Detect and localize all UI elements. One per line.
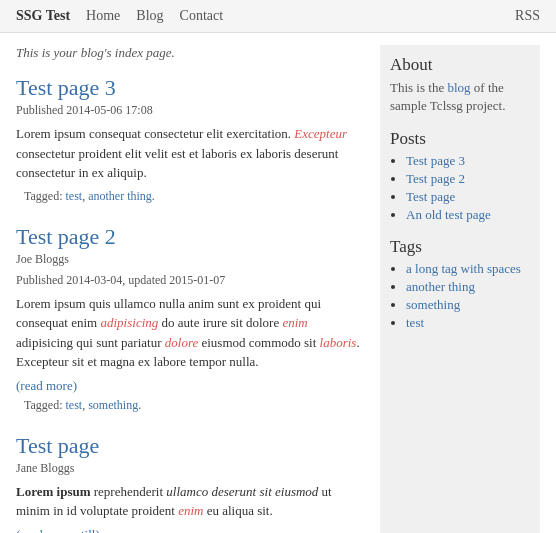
post-body-span: adipisicing bbox=[100, 315, 158, 330]
post-body-span: reprehenderit bbox=[91, 484, 167, 499]
nav-link-contact[interactable]: Contact bbox=[180, 8, 224, 24]
nav-link-home[interactable]: Home bbox=[86, 8, 120, 24]
post-body: Lorem ipsum quis ullamco nulla anim sunt… bbox=[16, 294, 360, 372]
post-body-span: consectetur proident elit velit est et l… bbox=[16, 146, 338, 181]
post-body-span: enim bbox=[178, 503, 203, 518]
sidebar-posts-section: Posts Test page 3Test page 2Test pageAn … bbox=[390, 129, 530, 223]
read-more-wrap: (read more still) bbox=[16, 527, 360, 534]
sidebar-about-section: About This is the blog of the sample Tcl… bbox=[390, 55, 530, 115]
post-body-span: do aute irure sit dolore bbox=[158, 315, 282, 330]
post-item: Test page 2Joe BloggsPublished 2014-03-0… bbox=[16, 224, 360, 413]
sidebar-posts-list: Test page 3Test page 2Test pageAn old te… bbox=[390, 153, 530, 223]
post-body-span: Excepteur bbox=[294, 126, 347, 141]
main-content: This is your blog's index page. Test pag… bbox=[16, 45, 360, 533]
post-title-link[interactable]: Test page bbox=[16, 433, 99, 458]
about-text-before: This is the bbox=[390, 80, 447, 95]
sidebar-post-item: An old test page bbox=[406, 207, 530, 223]
post-body-span: laboris bbox=[320, 335, 357, 350]
tag-link[interactable]: something bbox=[88, 398, 138, 412]
sidebar-tag-item: test bbox=[406, 315, 530, 331]
sidebar-tags-section: Tags a long tag with spacesanother thing… bbox=[390, 237, 530, 331]
content-wrapper: This is your blog's index page. Test pag… bbox=[0, 33, 556, 533]
post-body-span: adipisicing qui sunt pariatur bbox=[16, 335, 165, 350]
post-body-span: enim bbox=[282, 315, 307, 330]
post-body: Lorem ipsum consequat consectetur elit e… bbox=[16, 124, 360, 183]
sidebar-post-link[interactable]: Test page 3 bbox=[406, 153, 465, 168]
read-more-link[interactable]: (read more still) bbox=[16, 527, 100, 534]
post-tags: Tagged: test, another thing. bbox=[16, 189, 360, 204]
tag-link[interactable]: another thing bbox=[88, 189, 152, 203]
sidebar-tag-item: another thing bbox=[406, 279, 530, 295]
nav-brand[interactable]: SSG Test bbox=[16, 8, 70, 24]
sidebar-post-link[interactable]: Test page bbox=[406, 189, 455, 204]
sidebar-tag-link[interactable]: another thing bbox=[406, 279, 475, 294]
sidebar-post-link[interactable]: An old test page bbox=[406, 207, 491, 222]
post-title-link[interactable]: Test page 2 bbox=[16, 224, 116, 249]
sidebar-tag-link[interactable]: something bbox=[406, 297, 460, 312]
tag-link[interactable]: test bbox=[65, 398, 82, 412]
sidebar-post-item: Test page 3 bbox=[406, 153, 530, 169]
sidebar-post-item: Test page 2 bbox=[406, 171, 530, 187]
post-body-span: eiusmod commodo sit bbox=[198, 335, 319, 350]
post-author: Joe Bloggs bbox=[16, 252, 360, 267]
post-body-span: ullamco deserunt sit eiusmod bbox=[166, 484, 318, 499]
navbar: SSG Test Home Blog Contact RSS bbox=[0, 0, 556, 33]
post-body-span: Lorem ipsum bbox=[16, 484, 91, 499]
post-body: Lorem ipsum reprehenderit ullamco deseru… bbox=[16, 482, 360, 521]
post-body-span: Lorem ipsum consequat consectetur elit e… bbox=[16, 126, 294, 141]
post-item: Test pageJane BloggsLorem ipsum reprehen… bbox=[16, 433, 360, 534]
post-title-link[interactable]: Test page 3 bbox=[16, 75, 116, 100]
post-tags: Tagged: test, something. bbox=[16, 398, 360, 413]
sidebar: About This is the blog of the sample Tcl… bbox=[380, 45, 540, 533]
sidebar-tag-item: something bbox=[406, 297, 530, 313]
post-author: Jane Bloggs bbox=[16, 461, 360, 476]
sidebar-about-heading: About bbox=[390, 55, 530, 75]
sidebar-about-text: This is the blog of the sample Tclssg pr… bbox=[390, 79, 530, 115]
sidebar-post-item: Test page bbox=[406, 189, 530, 205]
about-blog-link[interactable]: blog bbox=[447, 80, 470, 95]
post-date: Published 2014-05-06 17:08 bbox=[16, 103, 360, 118]
nav-link-blog[interactable]: Blog bbox=[136, 8, 163, 24]
posts-container: Test page 3Published 2014-05-06 17:08Lor… bbox=[16, 75, 360, 533]
post-date: Published 2014-03-04, updated 2015-01-07 bbox=[16, 273, 360, 288]
post-body-span: eu aliqua sit. bbox=[203, 503, 272, 518]
sidebar-tags-list: a long tag with spacesanother thingsomet… bbox=[390, 261, 530, 331]
sidebar-tag-item: a long tag with spaces bbox=[406, 261, 530, 277]
post-item: Test page 3Published 2014-05-06 17:08Lor… bbox=[16, 75, 360, 204]
sidebar-tags-heading: Tags bbox=[390, 237, 530, 257]
sidebar-posts-heading: Posts bbox=[390, 129, 530, 149]
rss-link[interactable]: RSS bbox=[515, 8, 540, 24]
sidebar-post-link[interactable]: Test page 2 bbox=[406, 171, 465, 186]
read-more-link[interactable]: (read more) bbox=[16, 378, 77, 393]
sidebar-tag-link[interactable]: test bbox=[406, 315, 424, 330]
sidebar-tag-link[interactable]: a long tag with spaces bbox=[406, 261, 521, 276]
tag-link[interactable]: test bbox=[65, 189, 82, 203]
blog-intro: This is your blog's index page. bbox=[16, 45, 360, 61]
post-body-span: dolore bbox=[165, 335, 198, 350]
read-more-wrap: (read more) bbox=[16, 378, 360, 394]
